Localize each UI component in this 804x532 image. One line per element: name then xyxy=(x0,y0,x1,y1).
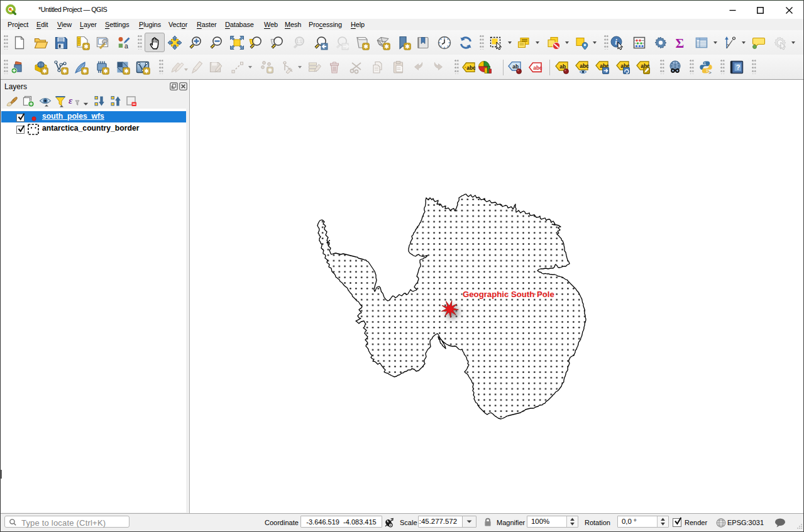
svg-text:ε: ε xyxy=(69,95,73,106)
svg-text:1:1: 1:1 xyxy=(297,39,302,43)
svg-text:Geographic South Pole: Geographic South Pole xyxy=(463,290,554,299)
svg-text:abc: abc xyxy=(580,63,589,69)
svg-text:ab: ab xyxy=(559,63,566,70)
svg-text:a: a xyxy=(124,42,128,50)
svg-text:abc: abc xyxy=(466,65,476,71)
svg-text:?: ? xyxy=(736,63,741,71)
svg-text:ab: ab xyxy=(512,63,519,70)
svg-text:Σ: Σ xyxy=(676,36,685,51)
svg-text:abc: abc xyxy=(533,65,542,71)
svg-text:>: > xyxy=(708,70,712,75)
